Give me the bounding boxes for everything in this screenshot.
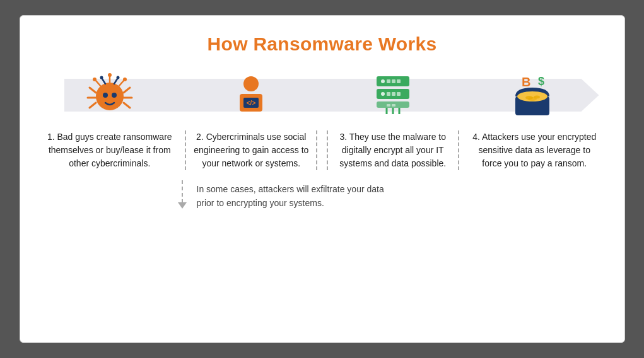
step-4-desc: 4. Attackers use your encrypted sensitiv…: [468, 130, 600, 170]
svg-point-8: [108, 73, 112, 77]
svg-line-3: [90, 103, 96, 108]
svg-rect-27: [397, 79, 401, 83]
svg-point-18: [116, 76, 119, 79]
svg-rect-35: [392, 104, 395, 107]
svg-point-43: [528, 97, 537, 101]
page-title: How Ransomware Works: [39, 33, 606, 55]
svg-line-17: [114, 79, 117, 84]
main-card: How Ransomware Works: [20, 15, 625, 343]
svg-point-13: [103, 93, 108, 98]
svg-line-15: [102, 79, 105, 84]
note-text: In some cases, attackers will exfiltrate…: [197, 183, 384, 210]
svg-point-10: [123, 78, 127, 81]
step-1-icon: [78, 70, 141, 120]
svg-line-4: [124, 88, 130, 93]
svg-line-11: [96, 81, 100, 86]
note-section: In some cases, attackers will exfiltrate…: [39, 180, 606, 210]
svg-rect-26: [392, 79, 395, 83]
svg-point-14: [112, 93, 117, 98]
step-3-desc: 3. They use the malware to digitally enc…: [327, 130, 459, 170]
desc-row: 1. Bad guys create ransomware themselves…: [39, 130, 606, 170]
svg-point-29: [381, 92, 385, 96]
svg-point-24: [381, 79, 385, 83]
step-1-desc: 1. Bad guys create ransomware themselves…: [44, 130, 176, 170]
svg-text:</>: </>: [247, 100, 256, 107]
svg-text:$: $: [538, 75, 544, 88]
svg-line-9: [119, 81, 124, 86]
svg-text:B: B: [522, 75, 530, 89]
down-arrow: [178, 180, 187, 210]
svg-rect-32: [397, 92, 401, 96]
svg-line-1: [90, 88, 96, 93]
svg-rect-34: [387, 104, 390, 107]
flow-row: </>: [39, 70, 606, 120]
step-4-icon: B $: [503, 70, 566, 120]
svg-line-6: [124, 103, 130, 108]
svg-point-16: [100, 76, 103, 79]
step-2-icon: </>: [220, 70, 283, 120]
svg-point-0: [96, 83, 124, 110]
svg-point-19: [243, 76, 259, 91]
svg-rect-31: [392, 92, 395, 96]
svg-point-12: [93, 78, 97, 81]
step-2-desc: 2. Cybercriminals use social engineering…: [185, 130, 317, 170]
step-3-icon: [361, 70, 424, 120]
svg-rect-30: [387, 92, 390, 96]
svg-rect-25: [387, 79, 390, 83]
